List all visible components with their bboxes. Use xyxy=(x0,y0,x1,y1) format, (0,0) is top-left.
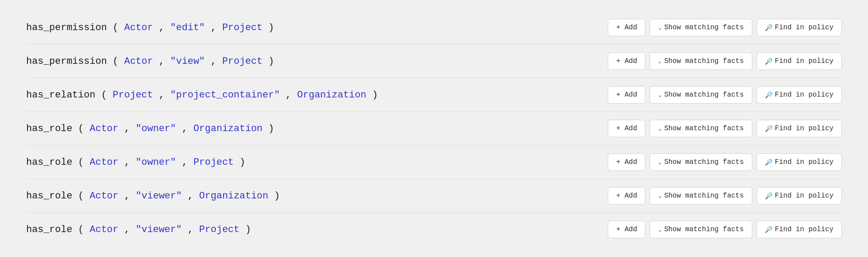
arg-2: Project xyxy=(199,224,239,235)
arg-0: Actor xyxy=(124,22,153,33)
row-actions: + Add⌄Show matching facts🔎Find in policy xyxy=(608,187,842,205)
fn-name: has_role xyxy=(26,157,72,168)
fact-expression: has_permission ( Actor , "view" , Projec… xyxy=(26,56,608,67)
find-in-policy-button[interactable]: 🔎Find in policy xyxy=(757,19,842,36)
find-policy-label: Find in policy xyxy=(775,125,834,132)
search-doc-icon: 🔎 xyxy=(765,226,772,233)
show-facts-label: Show matching facts xyxy=(664,158,744,166)
arg-2: Organization xyxy=(193,123,262,134)
find-policy-label: Find in policy xyxy=(775,91,834,99)
find-in-policy-button[interactable]: 🔎Find in policy xyxy=(757,221,842,238)
arg-0: Project xyxy=(113,90,153,101)
row-actions: + Add⌄Show matching facts🔎Find in policy xyxy=(608,86,842,104)
close-paren: ) xyxy=(234,157,245,168)
arg-1: "viewer" xyxy=(136,191,182,201)
comma: , xyxy=(182,191,199,201)
show-matching-facts-button[interactable]: ⌄Show matching facts xyxy=(650,52,752,70)
fn-name: has_role xyxy=(26,191,72,201)
show-matching-facts-button[interactable]: ⌄Show matching facts xyxy=(650,86,752,104)
show-matching-facts-button[interactable]: ⌄Show matching facts xyxy=(650,120,752,137)
arg-2: Organization xyxy=(297,90,366,101)
close-paren: ) xyxy=(262,22,274,33)
comma: , xyxy=(118,157,136,168)
arg-0: Actor xyxy=(124,56,153,67)
main-container: has_permission ( Actor , "edit" , Projec… xyxy=(0,0,868,257)
add-button[interactable]: + Add xyxy=(608,153,645,171)
add-button[interactable]: + Add xyxy=(608,221,645,238)
row-actions: + Add⌄Show matching facts🔎Find in policy xyxy=(608,153,842,171)
comma: , xyxy=(153,22,170,33)
show-matching-facts-button[interactable]: ⌄Show matching facts xyxy=(650,19,752,36)
comma: , xyxy=(205,22,222,33)
close-paren: ) xyxy=(240,224,251,235)
chevron-down-icon: ⌄ xyxy=(658,91,661,98)
arg-1: "owner" xyxy=(136,157,176,168)
show-matching-facts-button[interactable]: ⌄Show matching facts xyxy=(650,187,752,205)
comma: , xyxy=(280,90,297,101)
open-paren: ( xyxy=(107,22,124,33)
open-paren: ( xyxy=(72,191,90,201)
search-doc-icon: 🔎 xyxy=(765,24,772,31)
search-doc-icon: 🔎 xyxy=(765,159,772,166)
arg-2: Project xyxy=(222,22,262,33)
fn-name: has_permission xyxy=(26,56,107,67)
chevron-down-icon: ⌄ xyxy=(658,58,661,65)
chevron-down-icon: ⌄ xyxy=(658,125,661,132)
comma: , xyxy=(118,191,136,201)
fact-expression: has_permission ( Actor , "edit" , Projec… xyxy=(26,22,608,33)
chevron-down-icon: ⌄ xyxy=(658,24,661,31)
find-policy-label: Find in policy xyxy=(775,57,834,65)
comma: , xyxy=(205,56,222,67)
fact-row: has_permission ( Actor , "edit" , Projec… xyxy=(26,11,842,44)
add-button[interactable]: + Add xyxy=(608,187,645,205)
open-paren: ( xyxy=(72,123,90,134)
close-paren: ) xyxy=(269,191,280,201)
fact-row: has_relation ( Project , "project_contai… xyxy=(26,78,842,111)
find-policy-label: Find in policy xyxy=(775,24,834,31)
show-matching-facts-button[interactable]: ⌄Show matching facts xyxy=(650,221,752,238)
add-button[interactable]: + Add xyxy=(608,86,645,104)
add-button[interactable]: + Add xyxy=(608,19,645,36)
chevron-down-icon: ⌄ xyxy=(658,226,661,233)
search-doc-icon: 🔎 xyxy=(765,192,772,200)
row-actions: + Add⌄Show matching facts🔎Find in policy xyxy=(608,221,842,238)
show-facts-label: Show matching facts xyxy=(664,91,744,99)
row-actions: + Add⌄Show matching facts🔎Find in policy xyxy=(608,19,842,36)
add-button[interactable]: + Add xyxy=(608,120,645,137)
show-facts-label: Show matching facts xyxy=(664,24,744,31)
find-policy-label: Find in policy xyxy=(775,226,834,233)
show-facts-label: Show matching facts xyxy=(664,226,744,233)
find-in-policy-button[interactable]: 🔎Find in policy xyxy=(757,52,842,70)
chevron-down-icon: ⌄ xyxy=(658,159,661,166)
arg-1: "view" xyxy=(170,56,205,67)
fact-row: has_role ( Actor , "viewer" , Project )+… xyxy=(26,213,842,246)
search-doc-icon: 🔎 xyxy=(765,91,772,99)
fact-expression: has_role ( Actor , "owner" , Project ) xyxy=(26,157,608,168)
find-in-policy-button[interactable]: 🔎Find in policy xyxy=(757,153,842,171)
find-in-policy-button[interactable]: 🔎Find in policy xyxy=(757,120,842,137)
fact-row: has_permission ( Actor , "view" , Projec… xyxy=(26,45,842,78)
show-facts-label: Show matching facts xyxy=(664,57,744,65)
add-button[interactable]: + Add xyxy=(608,52,645,70)
find-in-policy-button[interactable]: 🔎Find in policy xyxy=(757,86,842,104)
chevron-down-icon: ⌄ xyxy=(658,192,661,199)
comma: , xyxy=(176,157,193,168)
arg-0: Actor xyxy=(90,191,118,201)
fn-name: has_permission xyxy=(26,22,107,33)
arg-2: Project xyxy=(193,157,234,168)
find-in-policy-button[interactable]: 🔎Find in policy xyxy=(757,187,842,205)
arg-1: "viewer" xyxy=(136,224,182,235)
search-doc-icon: 🔎 xyxy=(765,125,772,132)
close-paren: ) xyxy=(262,123,274,134)
show-matching-facts-button[interactable]: ⌄Show matching facts xyxy=(650,153,752,171)
find-policy-label: Find in policy xyxy=(775,192,834,200)
search-doc-icon: 🔎 xyxy=(765,58,772,65)
arg-0: Actor xyxy=(90,224,118,235)
comma: , xyxy=(118,224,136,235)
arg-0: Actor xyxy=(90,157,118,168)
fact-expression: has_role ( Actor , "viewer" , Organizati… xyxy=(26,191,608,201)
arg-1: "owner" xyxy=(136,123,176,134)
close-paren: ) xyxy=(262,56,274,67)
find-policy-label: Find in policy xyxy=(775,158,834,166)
fn-name: has_role xyxy=(26,123,72,134)
